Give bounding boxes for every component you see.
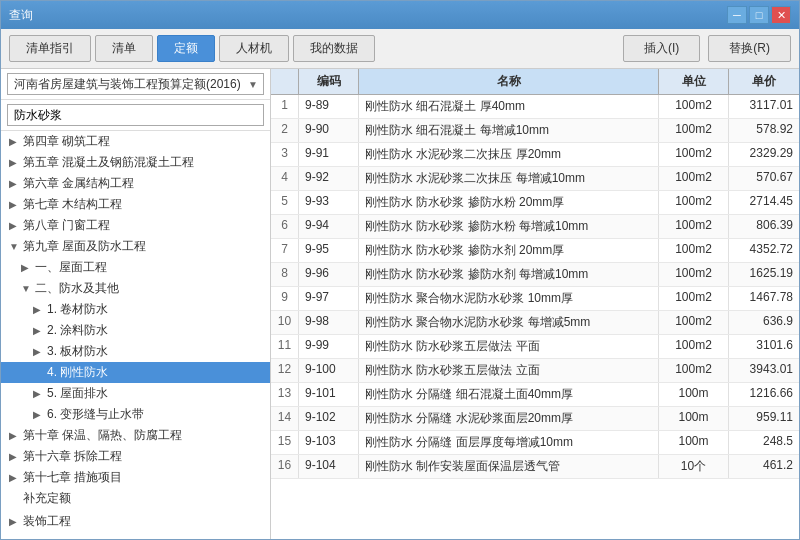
cell-name: 刚性防水 防水砂浆 掺防水粉 20mm厚 (359, 191, 659, 214)
tab-qingdan[interactable]: 清单 (95, 35, 153, 62)
tree-label-ch8: 第八章 门窗工程 (23, 217, 110, 234)
tree-label-ch9-2-6: 6. 变形缝与止水带 (47, 406, 144, 423)
tree-item-ch7[interactable]: ▶ 第七章 木结构工程 (1, 194, 270, 215)
cell-num: 9 (271, 287, 299, 310)
cell-unit: 100m (659, 431, 729, 454)
cell-unit: 100m2 (659, 239, 729, 262)
tree-label-buze: 补充定额 (23, 490, 71, 507)
cell-name: 刚性防水 制作安装屋面保温层透气管 (359, 455, 659, 478)
tree-toggle-ch9-2-4 (33, 367, 47, 378)
cell-num: 11 (271, 335, 299, 358)
tree-toggle-ch9-2-6: ▶ (33, 409, 47, 420)
cell-num: 8 (271, 263, 299, 286)
left-panel: 河南省房屋建筑与装饰工程预算定额(2016) ▶ 第四章 砌筑工程 ▶ 第五章 … (1, 69, 271, 539)
cell-code: 9-104 (299, 455, 359, 478)
table-row[interactable]: 1 9-89 刚性防水 细石混凝土 厚40mm 100m2 3117.01 (271, 95, 799, 119)
tree-toggle-ch10: ▶ (9, 430, 23, 441)
tree-toggle-ch16: ▶ (9, 451, 23, 462)
table-row[interactable]: 3 9-91 刚性防水 水泥砂浆二次抹压 厚20mm 100m2 2329.29 (271, 143, 799, 167)
cell-num: 2 (271, 119, 299, 142)
table-row[interactable]: 11 9-99 刚性防水 防水砂浆五层做法 平面 100m2 3101.6 (271, 335, 799, 359)
table-row[interactable]: 9 9-97 刚性防水 聚合物水泥防水砂浆 10mm厚 100m2 1467.7… (271, 287, 799, 311)
cell-price: 2714.45 (729, 191, 799, 214)
definition-dropdown[interactable]: 河南省房屋建筑与装饰工程预算定额(2016) (7, 73, 264, 95)
table-row[interactable]: 4 9-92 刚性防水 水泥砂浆二次抹压 每增减10mm 100m2 570.6… (271, 167, 799, 191)
cell-name: 刚性防水 防水砂浆五层做法 立面 (359, 359, 659, 382)
tree-toggle-ch9-2-3: ▶ (33, 346, 47, 357)
cell-num: 4 (271, 167, 299, 190)
tree-item-ch17[interactable]: ▶ 第十七章 措施项目 (1, 467, 270, 488)
tree-item-ch5[interactable]: ▶ 第五章 混凝土及钢筋混凝土工程 (1, 152, 270, 173)
tree-item-ch9-2[interactable]: ▼ 二、防水及其他 (1, 278, 270, 299)
tree-item-ch4[interactable]: ▶ 第四章 砌筑工程 (1, 131, 270, 152)
cell-price: 636.9 (729, 311, 799, 334)
cell-code: 9-96 (299, 263, 359, 286)
tab-wode-shuju[interactable]: 我的数据 (293, 35, 375, 62)
table-row[interactable]: 13 9-101 刚性防水 分隔缝 细石混凝土面40mm厚 100m 1216.… (271, 383, 799, 407)
tab-rencaiji[interactable]: 人材机 (219, 35, 289, 62)
tree-label-ch4: 第四章 砌筑工程 (23, 133, 110, 150)
tree-toggle-ch7: ▶ (9, 199, 23, 210)
table-row[interactable]: 10 9-98 刚性防水 聚合物水泥防水砂浆 每增减5mm 100m2 636.… (271, 311, 799, 335)
tree-toggle-ch9-2-2: ▶ (33, 325, 47, 336)
cell-unit: 100m2 (659, 335, 729, 358)
col-code-header: 编码 (299, 69, 359, 94)
tree-item-ch9-2-2[interactable]: ▶ 2. 涂料防水 (1, 320, 270, 341)
tree-toggle-buze (9, 493, 23, 504)
table-row[interactable]: 8 9-96 刚性防水 防水砂浆 掺防水剂 每增减10mm 100m2 1625… (271, 263, 799, 287)
close-button[interactable]: ✕ (771, 6, 791, 24)
table-row[interactable]: 14 9-102 刚性防水 分隔缝 水泥砂浆面层20mm厚 100m 959.1… (271, 407, 799, 431)
cell-price: 3117.01 (729, 95, 799, 118)
cell-price: 1467.78 (729, 287, 799, 310)
tab-qingdan-zhinyin[interactable]: 清单指引 (9, 35, 91, 62)
tree-item-ch9-2-5[interactable]: ▶ 5. 屋面排水 (1, 383, 270, 404)
tree-item-zhuangshi[interactable]: ▶ 装饰工程 (1, 511, 270, 532)
tree-item-ch9-2-4[interactable]: 4. 刚性防水 (1, 362, 270, 383)
tree-item-ch16[interactable]: ▶ 第十六章 拆除工程 (1, 446, 270, 467)
table-row[interactable]: 12 9-100 刚性防水 防水砂浆五层做法 立面 100m2 3943.01 (271, 359, 799, 383)
tree-item-ch9-2-6[interactable]: ▶ 6. 变形缝与止水带 (1, 404, 270, 425)
cell-code: 9-97 (299, 287, 359, 310)
cell-name: 刚性防水 细石混凝土 每增减10mm (359, 119, 659, 142)
insert-button[interactable]: 插入(I) (623, 35, 700, 62)
window-title: 查询 (9, 7, 727, 24)
cell-price: 959.11 (729, 407, 799, 430)
table-row[interactable]: 16 9-104 刚性防水 制作安装屋面保温层透气管 10个 461.2 (271, 455, 799, 479)
tree-item-ch6[interactable]: ▶ 第六章 金属结构工程 (1, 173, 270, 194)
cell-price: 1625.19 (729, 263, 799, 286)
table-row[interactable]: 5 9-93 刚性防水 防水砂浆 掺防水粉 20mm厚 100m2 2714.4… (271, 191, 799, 215)
table-row[interactable]: 2 9-90 刚性防水 细石混凝土 每增减10mm 100m2 578.92 (271, 119, 799, 143)
tree-item-ch9-1[interactable]: ▶ 一、屋面工程 (1, 257, 270, 278)
table-header: 编码 名称 单位 单价 (271, 69, 799, 95)
cell-code: 9-91 (299, 143, 359, 166)
tree-item-buze[interactable]: 补充定额 (1, 488, 270, 509)
minimize-button[interactable]: ─ (727, 6, 747, 24)
replace-button[interactable]: 替换(R) (708, 35, 791, 62)
tree-label-ch9-2-5: 5. 屋面排水 (47, 385, 108, 402)
tree-item-ch9-2-1[interactable]: ▶ 1. 卷材防水 (1, 299, 270, 320)
tree-item-ch9[interactable]: ▼ 第九章 屋面及防水工程 (1, 236, 270, 257)
cell-code: 9-100 (299, 359, 359, 382)
cell-num: 10 (271, 311, 299, 334)
cell-num: 3 (271, 143, 299, 166)
titlebar-controls: ─ □ ✕ (727, 6, 791, 24)
table-row[interactable]: 15 9-103 刚性防水 分隔缝 面层厚度每增减10mm 100m 248.5 (271, 431, 799, 455)
cell-name: 刚性防水 防水砂浆 掺防水粉 每增减10mm (359, 215, 659, 238)
cell-code: 9-103 (299, 431, 359, 454)
cell-code: 9-93 (299, 191, 359, 214)
cell-unit: 100m2 (659, 215, 729, 238)
search-input[interactable] (7, 104, 264, 126)
cell-price: 248.5 (729, 431, 799, 454)
tree-item-ch10[interactable]: ▶ 第十章 保温、隔热、防腐工程 (1, 425, 270, 446)
maximize-button[interactable]: □ (749, 6, 769, 24)
tree-toggle-ch5: ▶ (9, 157, 23, 168)
tree-label-ch7: 第七章 木结构工程 (23, 196, 122, 213)
cell-price: 2329.29 (729, 143, 799, 166)
table-row[interactable]: 7 9-95 刚性防水 防水砂浆 掺防水剂 20mm厚 100m2 4352.7… (271, 239, 799, 263)
tree-label-ch6: 第六章 金属结构工程 (23, 175, 134, 192)
tab-dinge[interactable]: 定额 (157, 35, 215, 62)
table-row[interactable]: 6 9-94 刚性防水 防水砂浆 掺防水粉 每增减10mm 100m2 806.… (271, 215, 799, 239)
col-price-header: 单价 (729, 69, 799, 94)
tree-item-ch9-2-3[interactable]: ▶ 3. 板材防水 (1, 341, 270, 362)
tree-item-ch8[interactable]: ▶ 第八章 门窗工程 (1, 215, 270, 236)
